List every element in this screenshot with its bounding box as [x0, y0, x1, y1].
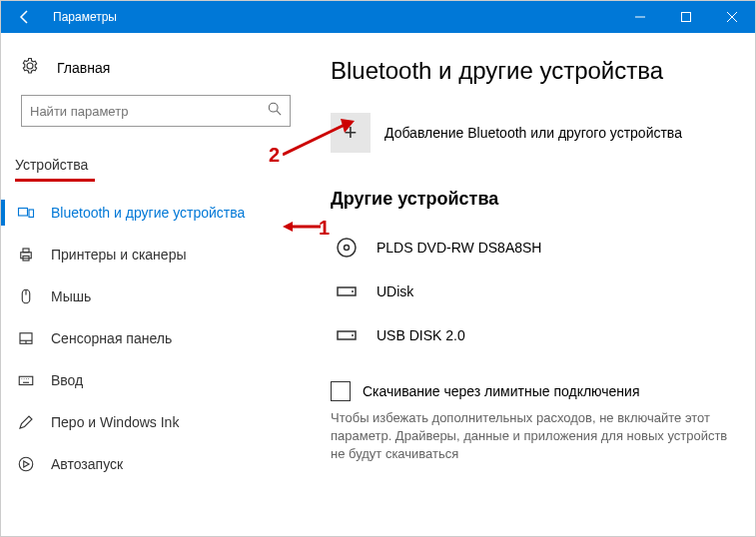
- device-name: USB DISK 2.0: [377, 327, 465, 343]
- svg-rect-7: [23, 249, 29, 253]
- close-button[interactable]: [709, 1, 755, 33]
- home-label: Главная: [57, 60, 110, 76]
- nav-label: Сенсорная панель: [51, 330, 172, 346]
- add-label: Добавление Bluetooth или другого устройс…: [384, 125, 682, 141]
- drive-icon: [331, 323, 363, 347]
- svg-rect-5: [29, 210, 34, 218]
- window-controls: [617, 1, 755, 33]
- titlebar: Параметры: [1, 1, 755, 33]
- nav-label: Перо и Windows Ink: [51, 414, 179, 430]
- nav-autoplay[interactable]: Автозапуск: [1, 443, 311, 485]
- svg-rect-4: [19, 209, 28, 217]
- svg-point-22: [345, 246, 350, 251]
- printer-icon: [15, 246, 37, 264]
- metered-checkbox[interactable]: [331, 381, 351, 401]
- main-panel: Bluetooth и другие устройства + Добавлен…: [311, 33, 755, 536]
- nav-touchpad[interactable]: Сенсорная панель: [1, 317, 311, 359]
- device-name: UDisk: [377, 283, 413, 299]
- autoplay-icon: [15, 455, 37, 473]
- device-row[interactable]: USB DISK 2.0: [331, 313, 735, 357]
- metered-label: Скачивание через лимитные подключения: [363, 383, 639, 399]
- annotation-underline: [15, 179, 95, 182]
- window-title: Параметры: [49, 10, 617, 24]
- svg-rect-14: [19, 376, 33, 384]
- pen-icon: [15, 413, 37, 431]
- nav-typing[interactable]: Ввод: [1, 359, 311, 401]
- nav-label: Bluetooth и другие устройства: [51, 205, 245, 221]
- search-icon: [268, 102, 282, 120]
- nav-label: Принтеры и сканеры: [51, 247, 186, 263]
- nav-pen[interactable]: Перо и Windows Ink: [1, 401, 311, 443]
- svg-point-26: [352, 334, 354, 336]
- device-row[interactable]: UDisk: [331, 269, 735, 313]
- nav-label: Ввод: [51, 372, 83, 388]
- search-input[interactable]: [30, 104, 268, 119]
- svg-point-21: [338, 239, 356, 257]
- device-row[interactable]: PLDS DVD-RW DS8A8SH: [331, 226, 735, 269]
- touchpad-icon: [15, 329, 37, 347]
- keyboard-icon: [15, 371, 37, 389]
- nav-printers[interactable]: Принтеры и сканеры: [1, 234, 311, 275]
- minimize-button[interactable]: [617, 1, 663, 33]
- nav-label: Автозапуск: [51, 456, 123, 472]
- nav-label: Мышь: [51, 288, 91, 304]
- mouse-icon: [15, 287, 37, 305]
- category-header: Устройства: [1, 147, 311, 177]
- device-name: PLDS DVD-RW DS8A8SH: [377, 240, 541, 256]
- drive-icon: [331, 279, 363, 303]
- gear-icon: [21, 57, 41, 79]
- add-button[interactable]: +: [331, 113, 371, 153]
- back-button[interactable]: [1, 1, 49, 33]
- metered-row[interactable]: Скачивание через лимитные подключения: [331, 381, 735, 401]
- page-title: Bluetooth и другие устройства: [331, 57, 735, 85]
- svg-point-24: [352, 290, 354, 292]
- nav-bluetooth[interactable]: Bluetooth и другие устройства: [1, 192, 311, 234]
- other-devices-header: Другие устройства: [331, 189, 735, 210]
- svg-line-3: [277, 111, 281, 115]
- metered-description: Чтобы избежать дополнительных расходов, …: [331, 409, 735, 464]
- plus-icon: +: [345, 120, 358, 146]
- svg-rect-6: [21, 253, 32, 259]
- search-box[interactable]: [21, 95, 291, 127]
- svg-point-20: [19, 457, 33, 471]
- home-nav[interactable]: Главная: [1, 49, 311, 87]
- sidebar: Главная Устройства Bluetooth и другие ус…: [1, 33, 311, 536]
- maximize-button[interactable]: [663, 1, 709, 33]
- devices-icon: [15, 204, 37, 222]
- svg-rect-1: [682, 13, 691, 22]
- add-device-row[interactable]: + Добавление Bluetooth или другого устро…: [331, 113, 735, 153]
- disc-icon: [331, 236, 363, 260]
- nav-mouse[interactable]: Мышь: [1, 275, 311, 317]
- svg-point-2: [269, 103, 278, 112]
